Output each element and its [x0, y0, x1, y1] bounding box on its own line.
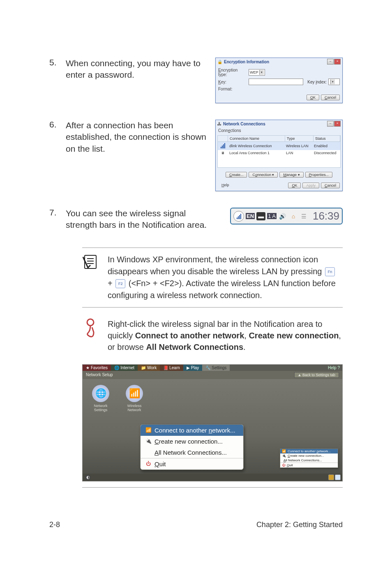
- step-number: 7.: [49, 208, 66, 217]
- wireless-globe-icon: 📶: [126, 385, 143, 402]
- keyindex-label: Key index:: [307, 80, 327, 84]
- note-block: In Windows XP environment, the wireless …: [82, 248, 343, 308]
- page-footer: 2-8 Chapter 2: Getting Started: [49, 521, 343, 529]
- divider: [82, 487, 343, 488]
- minimize-button[interactable]: –: [327, 59, 334, 65]
- wrench-icon: 🔧: [205, 366, 210, 370]
- wifi-signal-icon[interactable]: [233, 211, 244, 222]
- power-icon: ⏻: [145, 461, 151, 467]
- mini-ctx-connect[interactable]: 📶Connect to another network...: [280, 449, 338, 453]
- step-5: 5. When connecting, you may have to ente…: [49, 58, 343, 103]
- tab-work[interactable]: 📁Work: [138, 365, 160, 371]
- tray-icon[interactable]: [328, 474, 334, 480]
- chapter-label: Chapter 2: Getting Started: [256, 521, 343, 529]
- close-button[interactable]: ×: [334, 59, 341, 65]
- chevron-down-icon: ▾: [259, 70, 264, 75]
- col-status: Status: [314, 136, 340, 141]
- col-name: Connection Name: [228, 136, 285, 141]
- ctx-connect-another[interactable]: 📶 Connect to another network...: [141, 425, 243, 436]
- connection-button[interactable]: Connection ▾: [249, 172, 278, 178]
- note-icon: [82, 254, 99, 272]
- ok-button[interactable]: OK: [307, 95, 319, 100]
- start-button[interactable]: ◐: [85, 474, 91, 480]
- tab-internet[interactable]: 🌐Internet: [111, 365, 138, 371]
- step-number: 5.: [49, 58, 66, 67]
- table-row[interactable]: dlink Wireless Connection Wireless LAN E…: [218, 142, 340, 150]
- desktop-icon-wireless-network[interactable]: 📶 Wireless Network: [122, 385, 147, 412]
- star-icon: ★: [86, 366, 90, 370]
- cancel-button[interactable]: Cancel: [321, 95, 340, 100]
- tab-play[interactable]: ▶Play: [183, 365, 202, 371]
- wifi-icon: 📶: [145, 427, 151, 433]
- tray-figure: EN ▬ 1 A 🔊 ⌂ ☰ 16:39: [215, 208, 343, 224]
- dialog-title: Network Connections: [223, 122, 265, 126]
- desktop-icon-network-settings[interactable]: 🌐 Network Settings: [88, 385, 113, 412]
- play-icon: ▶: [187, 366, 190, 370]
- ctx-quit[interactable]: ⏻ Quit: [141, 458, 243, 470]
- ok-button[interactable]: OK: [288, 183, 301, 188]
- apply-button[interactable]: Apply: [302, 183, 319, 188]
- fn-key-icon: Fn: [325, 267, 335, 276]
- properties-button[interactable]: Properties...: [305, 172, 333, 178]
- network-globe-icon: 🌐: [92, 385, 109, 402]
- tip-text: Right-click the wireless signal bar in t…: [108, 318, 343, 353]
- step-text: After a connection has been established,…: [66, 120, 215, 155]
- dialog-titlebar: 🖧 Network Connections – ×: [216, 120, 342, 127]
- f2-key-icon: F2: [115, 279, 125, 288]
- network-connections-dialog: 🖧 Network Connections – × Connections Co…: [215, 120, 343, 191]
- volume-icon[interactable]: 🔊: [278, 212, 287, 220]
- keyindex-combo[interactable]: ▾: [328, 79, 340, 85]
- launcher-tabs: ★Favorites 🌐Internet 📁Work 📕Learn ▶Play …: [83, 365, 342, 371]
- tab-learn[interactable]: 📕Learn: [160, 365, 183, 371]
- plug-icon: 🔌: [282, 454, 286, 458]
- mini-ctx-create[interactable]: 🔌Create new connection...: [280, 453, 338, 458]
- close-button[interactable]: ×: [334, 121, 341, 127]
- key-field[interactable]: [249, 79, 303, 85]
- lan-icon: 🖥: [218, 150, 228, 156]
- launcher-subbar: Network Setup ▲ Back to Settings tab: [83, 371, 342, 379]
- format-label: Format:: [218, 87, 247, 91]
- dialog-titlebar: 🔒 Encryption Information – ×: [216, 58, 342, 65]
- lock-icon: 🔒: [217, 60, 222, 64]
- tray-wifi-icon[interactable]: [335, 474, 341, 480]
- minimize-button[interactable]: –: [327, 121, 334, 127]
- encryption-type-combo[interactable]: WEP▾: [249, 69, 265, 76]
- launcher-taskbar: ◐: [83, 474, 342, 481]
- clock: 16:39: [313, 210, 339, 222]
- ctx-all-connections[interactable]: All Network Connections...: [141, 447, 243, 458]
- power-icon: ⏻: [282, 463, 285, 467]
- create-button[interactable]: Create...: [226, 172, 247, 178]
- tab-settings[interactable]: 🔧Settings: [202, 365, 230, 371]
- network-icon: 🖧: [217, 122, 221, 126]
- plug-icon: 🔌: [145, 438, 151, 444]
- step-text: You can see the wireless signal strength…: [66, 208, 215, 231]
- shield-icon: ⌂: [289, 212, 298, 220]
- launcher-window: ★Favorites 🌐Internet 📁Work 📕Learn ▶Play …: [82, 364, 343, 481]
- table-row[interactable]: 🖥 Local Area Connection 1 LAN Disconnect…: [218, 150, 340, 156]
- manage-button[interactable]: Manage ▾: [279, 172, 303, 178]
- step-text: When connecting, you may have to enter a…: [66, 58, 215, 81]
- connections-table: Connection Name Type Status dlink Wirele…: [217, 135, 341, 168]
- help-button[interactable]: Help: [218, 183, 233, 188]
- dialog-title: Encryption Information: [224, 60, 269, 64]
- mini-ctx-all[interactable]: All Network Connections...: [280, 458, 338, 463]
- svg-point-4: [87, 319, 94, 326]
- mini-context-menu: 📶Connect to another network... 🔌Create n…: [280, 449, 338, 468]
- menu-icon: ☰: [300, 212, 309, 220]
- col-type: Type: [285, 136, 314, 141]
- mini-ctx-quit[interactable]: ⏻Quit: [280, 463, 338, 467]
- cancel-button[interactable]: Cancel: [321, 183, 340, 188]
- globe-icon: 🌐: [114, 366, 119, 370]
- tip-block: Right-click the wireless signal bar in t…: [82, 312, 343, 359]
- lang-indicator[interactable]: EN: [246, 213, 255, 219]
- back-button[interactable]: ▲ Back to Settings tab: [294, 372, 339, 378]
- launcher-body: 🌐 Network Settings 📶 Wireless Network 📶 …: [83, 379, 342, 474]
- encryption-type-label: EEncryption type:ncryption type:: [218, 68, 247, 77]
- menu-connections[interactable]: Connections: [216, 127, 342, 134]
- chevron-down-icon: ▾: [330, 79, 335, 84]
- step-number: 6.: [49, 120, 66, 130]
- tab-favorites[interactable]: ★Favorites: [83, 365, 111, 371]
- help-link[interactable]: Help ?: [325, 365, 342, 371]
- encryption-dialog-figure: 🔒 Encryption Information – × EEncryption…: [215, 58, 343, 103]
- ctx-create-connection[interactable]: 🔌 Create new connection...: [141, 436, 243, 447]
